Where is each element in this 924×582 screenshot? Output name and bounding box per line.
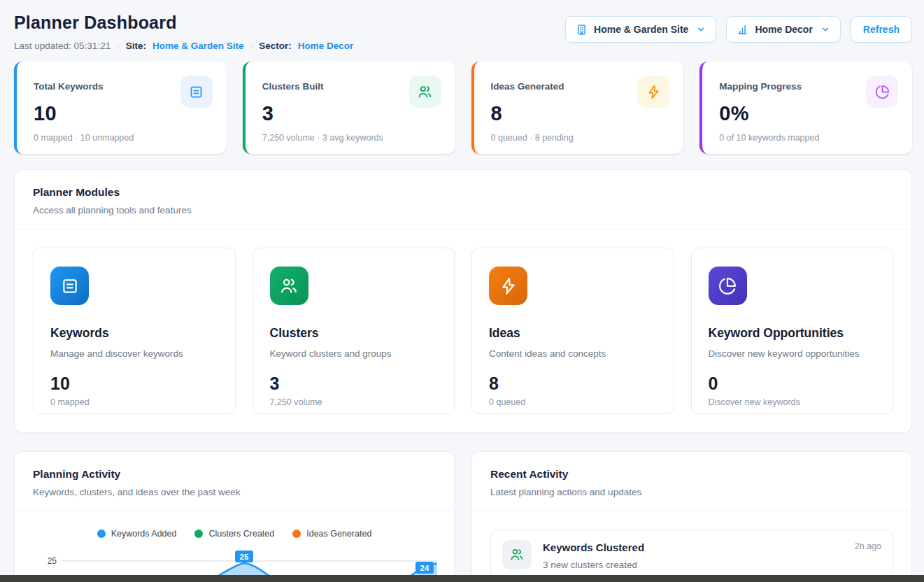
legend-item-keywords-added[interactable]: Keywords Added (97, 529, 177, 539)
header-actions: Home & Garden Site Home Decor Refresh (565, 16, 912, 43)
data-label-24: 24 (415, 562, 434, 574)
module-detail: 0 queued (489, 397, 657, 407)
header-left: Planner Dashboard Last updated: 05:31:21… (14, 13, 353, 51)
svg-text:24: 24 (420, 564, 429, 572)
module-description: Discover new keyword opportunities (709, 348, 876, 359)
stat-detail: 0 of 10 keywords mapped (719, 133, 898, 143)
legend-item-ideas-generated[interactable]: Ideas Generated (292, 529, 371, 539)
module-detail: 0 mapped (50, 397, 218, 407)
sector-selector-dropdown[interactable]: Home Decor (726, 16, 840, 43)
lightning-icon (637, 76, 669, 108)
data-label-25: 25 (235, 551, 253, 562)
page-header: Planner Dashboard Last updated: 05:31:21… (14, 13, 912, 51)
meta-separator: · (117, 42, 120, 50)
site-label: Site: (126, 41, 146, 51)
activity-item-timestamp: 2h ago (855, 541, 881, 551)
recent-activity-title: Recent Activity (490, 468, 893, 481)
module-card-ideas[interactable]: Ideas Content ideas and concepts 8 0 que… (471, 248, 674, 414)
site-selector-label: Home & Garden Site (594, 24, 688, 35)
stat-detail: 7,250 volume · 3 avg keywords (262, 133, 441, 143)
legend-label: Clusters Created (208, 529, 274, 539)
sector-link[interactable]: Home Decor (298, 41, 354, 51)
module-description: Keyword clusters and groups (270, 348, 438, 359)
site-selector-dropdown[interactable]: Home & Garden Site (565, 16, 716, 43)
activity-item-keywords-clustered: Keywords Clustered 3 new clusters create… (490, 530, 893, 581)
modules-panel-title: Planner Modules (33, 186, 893, 199)
stat-label: Total Keywords (34, 76, 104, 92)
module-description: Content ideas and concepts (489, 348, 657, 359)
legend-label: Ideas Generated (306, 529, 371, 539)
document-icon (180, 76, 213, 108)
building-icon (576, 24, 588, 36)
module-value: 3 (270, 374, 438, 394)
module-title: Keywords (50, 326, 218, 341)
planning-activity-subtitle: Keywords, clusters, and ideas over the p… (33, 487, 436, 497)
module-value: 0 (709, 374, 876, 394)
window-bottom-bar (0, 575, 924, 582)
module-title: Ideas (489, 326, 657, 341)
module-description: Manage and discover keywords (50, 348, 218, 359)
bar-chart-icon (737, 24, 748, 36)
module-card-clusters[interactable]: Clusters Keyword clusters and groups 3 7… (253, 248, 455, 414)
recent-activity-panel: Recent Activity Latest planning actions … (471, 451, 912, 582)
bottom-row: Planning Activity Keywords, clusters, an… (14, 451, 912, 582)
legend-label: Keywords Added (111, 529, 177, 539)
sector-label: Sector: (259, 41, 292, 51)
stat-card-clusters-built: Clusters Built 3 7,250 volume · 3 avg ke… (243, 62, 455, 154)
stat-card-ideas-generated: Ideas Generated 8 0 queued · 8 pending (471, 62, 684, 154)
stat-detail: 0 queued · 8 pending (491, 133, 670, 143)
activity-item-body: Keywords Clustered 3 new clusters create… (543, 540, 644, 570)
recent-activity-subtitle: Latest planning actions and updates (490, 487, 893, 497)
meta-separator: · (250, 42, 253, 50)
activity-list: Keywords Clustered 3 new clusters create… (472, 511, 911, 582)
chart-legend: Keywords Added Clusters Created Ideas Ge… (15, 511, 454, 539)
planner-dashboard-page: Planner Dashboard Last updated: 05:31:21… (0, 0, 924, 582)
pie-chart-icon (866, 76, 898, 108)
modules-grid: Keywords Manage and discover keywords 10… (15, 229, 911, 432)
module-value: 10 (50, 374, 218, 394)
page-title: Planner Dashboard (14, 13, 353, 33)
stat-label: Ideas Generated (491, 76, 564, 92)
legend-dot-blue (97, 530, 106, 538)
module-detail: Discover new keywords (709, 397, 876, 407)
planning-activity-title: Planning Activity (33, 468, 436, 481)
module-card-keywords[interactable]: Keywords Manage and discover keywords 10… (33, 248, 236, 414)
activity-item-description: 3 new clusters created (543, 560, 644, 570)
stat-card-total-keywords: Total Keywords 10 0 mapped · 10 unmapped (14, 62, 227, 154)
chevron-down-icon (696, 24, 706, 34)
stat-detail: 0 mapped · 10 unmapped (34, 133, 213, 143)
module-value: 8 (489, 374, 657, 394)
module-card-keyword-opportunities[interactable]: Keyword Opportunities Discover new keywo… (691, 248, 894, 414)
last-updated-text: Last updated: 05:31:21 (14, 41, 111, 51)
module-title: Clusters (270, 326, 438, 341)
pie-chart-icon (709, 267, 747, 305)
chevron-down-icon (820, 24, 830, 34)
legend-item-clusters-created[interactable]: Clusters Created (194, 529, 274, 539)
modules-panel-subtitle: Access all planning tools and features (33, 205, 893, 215)
site-link[interactable]: Home & Garden Site (152, 41, 244, 51)
document-icon (50, 267, 89, 305)
users-icon (270, 267, 308, 305)
legend-dot-orange (292, 530, 301, 538)
activity-item-title: Keywords Clustered (543, 541, 644, 553)
refresh-button[interactable]: Refresh (851, 16, 912, 43)
planning-activity-panel: Planning Activity Keywords, clusters, an… (14, 451, 455, 582)
users-icon (502, 540, 532, 569)
sector-selector-label: Home Decor (755, 24, 812, 35)
module-detail: 7,250 volume (270, 397, 438, 407)
stats-row: Total Keywords 10 0 mapped · 10 unmapped… (14, 62, 912, 154)
stat-label: Mapping Progress (719, 76, 802, 92)
planner-modules-panel: Planner Modules Access all planning tool… (14, 169, 912, 433)
legend-dot-green (194, 530, 203, 538)
stat-card-mapping-progress: Mapping Progress 0% 0 of 10 keywords map… (699, 62, 912, 154)
users-icon (409, 76, 441, 108)
module-title: Keyword Opportunities (709, 326, 876, 341)
header-meta: Last updated: 05:31:21 · Site: Home & Ga… (14, 41, 353, 51)
lightning-icon (489, 267, 527, 305)
stat-label: Clusters Built (262, 76, 324, 92)
y-axis-tick: 25 (48, 556, 57, 566)
svg-text:25: 25 (240, 553, 249, 561)
